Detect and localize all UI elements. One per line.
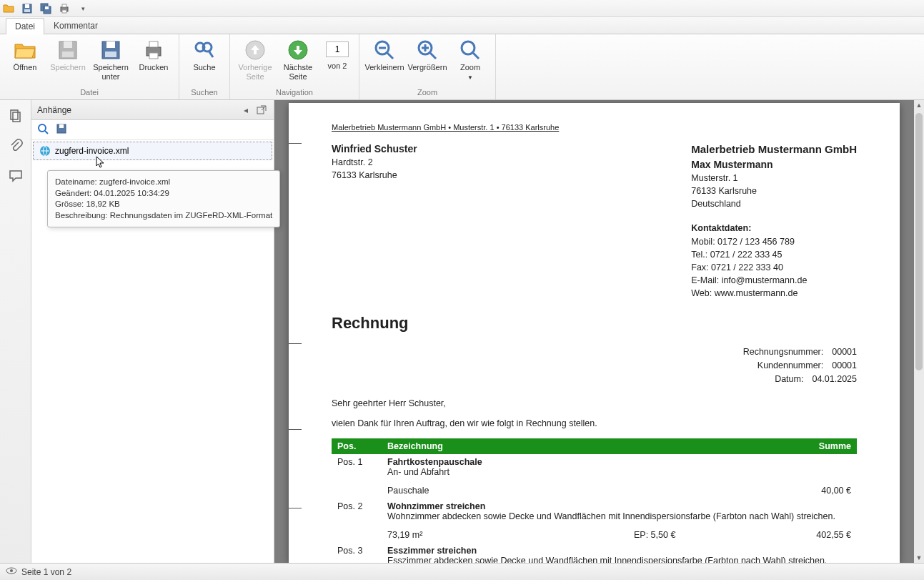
greeting: Sehr geehrter Herr Schuster,: [332, 398, 857, 408]
group-nav-label: Navigation: [234, 88, 354, 98]
save-button: Speichern: [47, 36, 89, 75]
attachments-panel: Anhänge ◂ zugferd-invoice.xml Dateiname:…: [31, 100, 274, 563]
status-bar: Seite 1 von 2: [0, 563, 924, 580]
attachments-panel-icon[interactable]: [7, 137, 24, 154]
zoom-button[interactable]: Zoom▼: [449, 36, 491, 84]
zoom-out-button[interactable]: Verkleinern: [364, 36, 405, 75]
company-address: Malerbetrieb Mustermann GmbH Max Musterm…: [691, 142, 857, 300]
table-row: Pauschale40,00 €: [332, 480, 857, 498]
quick-print-icon[interactable]: [59, 3, 70, 14]
th-sum: Summe: [785, 438, 857, 454]
comments-panel-icon[interactable]: [7, 167, 24, 185]
table-row: 73,19 m²EP: 5,50 €402,55 €: [332, 524, 857, 543]
intro-text: vielen Dank für Ihren Auftrag, den wir w…: [332, 418, 857, 428]
open-button[interactable]: Öffnen: [4, 36, 46, 75]
print-button[interactable]: Drucken: [133, 36, 174, 75]
print-label: Drucken: [139, 63, 169, 72]
save-attachment-icon[interactable]: [56, 123, 67, 137]
zoom-out-label: Verkleinern: [364, 63, 404, 72]
recipient-address: Winfried Schuster Hardtstr. 2 76133 Karl…: [332, 142, 417, 300]
svg-rect-7: [62, 4, 66, 7]
zoom-in-label: Vergrößern: [407, 63, 447, 72]
svg-point-42: [10, 569, 13, 572]
scroll-down-icon[interactable]: ▼: [914, 553, 924, 563]
scroll-thumb[interactable]: [915, 113, 923, 370]
qat-dropdown-icon[interactable]: ▾: [77, 3, 89, 14]
tooltip-modified: Geändert: 04.01.2025 10:34:29: [55, 188, 272, 200]
svg-rect-33: [13, 112, 20, 122]
svg-rect-14: [105, 51, 116, 57]
scroll-up-icon[interactable]: ▲: [914, 100, 924, 110]
document-viewer[interactable]: Malerbetrieb Mustermann GmbH • Musterstr…: [274, 100, 924, 563]
table-row: Pos. 3Esszimmer streichenEsszimmer abdec…: [332, 543, 857, 563]
svg-line-20: [209, 51, 213, 57]
open-label: Öffnen: [14, 63, 37, 72]
zoom-label: Zoom▼: [460, 63, 480, 81]
prev-page-button: Vorherige Seite: [234, 36, 276, 84]
main-area: Anhänge ◂ zugferd-invoice.xml Dateiname:…: [0, 100, 924, 563]
prev-page-label: Vorherige Seite: [238, 63, 272, 81]
svg-rect-10: [64, 41, 72, 48]
svg-rect-16: [149, 41, 158, 47]
search-label: Suche: [193, 63, 215, 72]
open-folder-icon[interactable]: [3, 3, 14, 14]
save-as-label: Speichern unter: [93, 63, 129, 81]
svg-rect-5: [45, 6, 49, 9]
svg-rect-39: [59, 124, 64, 128]
tab-comment[interactable]: Kommentar: [44, 17, 107, 34]
next-page-label: Nächste Seite: [284, 63, 312, 81]
invoice-table: Pos. Bezeichnung Summe Pos. 1Fahrtkosten…: [332, 438, 857, 563]
tooltip-filename: Dateiname: zugferd-invoice.xml: [55, 177, 272, 188]
svg-line-29: [430, 53, 436, 59]
panel-toolbar: [31, 120, 274, 140]
page-indicator: von 2: [320, 36, 354, 74]
ribbon-tabs: Datei Kommentar: [0, 17, 924, 34]
quick-access-toolbar: ▾: [0, 0, 924, 17]
vertical-scrollbar[interactable]: ▲ ▼: [914, 100, 924, 563]
svg-rect-8: [62, 10, 66, 13]
svg-rect-2: [24, 9, 30, 12]
ribbon: Öffnen Speichern Speichern unter Drucken…: [0, 34, 924, 100]
table-row: Pos. 2Wohnzimmer streichenWohnzimmer abd…: [332, 498, 857, 524]
page-of-label: von 2: [328, 62, 347, 71]
xml-file-icon: [39, 145, 51, 157]
status-page: Seite 1 von 2: [21, 567, 71, 577]
invoice-meta: Rechnungsnummer:00001 Kundennummer:00001…: [332, 345, 857, 385]
tab-file[interactable]: Datei: [6, 18, 44, 34]
save-all-icon[interactable]: [40, 3, 51, 14]
svg-line-25: [387, 53, 393, 59]
th-pos: Pos.: [332, 438, 382, 454]
preview-icon[interactable]: [37, 123, 49, 137]
svg-rect-17: [149, 53, 158, 59]
attachment-list: zugferd-invoice.xml Dateiname: zugferd-i…: [31, 140, 274, 563]
sender-line: Malerbetrieb Mustermann GmbH • Musterstr…: [332, 123, 857, 132]
svg-line-31: [473, 53, 479, 59]
page-input[interactable]: [326, 41, 349, 57]
pages-panel-icon[interactable]: [7, 107, 24, 124]
attachment-name: zugferd-invoice.xml: [55, 146, 129, 156]
th-desc: Bezeichnung: [382, 438, 628, 454]
document-title: Rechnung: [332, 314, 857, 333]
tooltip-description: Beschreibung: Rechnungsdaten im ZUGFeRD-…: [55, 210, 272, 222]
group-zoom-label: Zoom: [364, 88, 491, 98]
zoom-in-button[interactable]: Vergrößern: [407, 36, 448, 75]
svg-rect-1: [25, 4, 29, 8]
search-button[interactable]: Suche: [184, 36, 225, 75]
svg-rect-13: [106, 41, 115, 48]
save-icon[interactable]: [21, 3, 33, 14]
panel-detach-icon[interactable]: [255, 104, 268, 117]
svg-point-36: [39, 124, 46, 132]
group-file-label: Datei: [4, 88, 174, 98]
group-search-label: Suchen: [184, 88, 225, 98]
svg-point-30: [462, 41, 475, 54]
attachment-tooltip: Dateiname: zugferd-invoice.xml Geändert:…: [47, 170, 280, 227]
next-page-button[interactable]: Nächste Seite: [277, 36, 319, 84]
save-as-button[interactable]: Speichern unter: [90, 36, 131, 84]
tooltip-size: Grösse: 18,92 KB: [55, 199, 272, 210]
svg-rect-32: [11, 110, 18, 119]
svg-line-37: [45, 131, 48, 134]
panel-collapse-icon[interactable]: ◂: [239, 104, 252, 117]
attachment-item[interactable]: zugferd-invoice.xml: [33, 142, 272, 160]
save-label: Speichern: [50, 63, 86, 72]
panel-title: Anhänge: [37, 105, 71, 115]
